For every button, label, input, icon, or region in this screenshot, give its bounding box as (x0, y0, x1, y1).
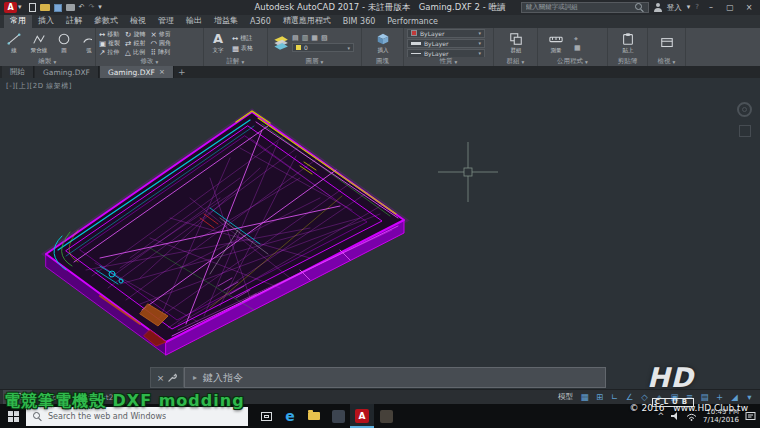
object-color-dropdown[interactable]: ByLayer ▾ (407, 29, 485, 38)
panel-label-block[interactable]: 圖塊 (365, 57, 400, 66)
minimize-button[interactable]: – (704, 3, 718, 12)
tool-array[interactable]: ⠿陣列 (150, 48, 171, 57)
viewport-controls[interactable]: [-][上][2D 線架構] (6, 81, 72, 91)
ribbon-tab-insert[interactable]: 插入 (32, 13, 60, 28)
ribbon: 線 聚合線 圓 弧 繪製▾ (0, 28, 760, 66)
new-file-icon[interactable] (29, 3, 36, 12)
tool-paste[interactable]: 貼上 (617, 32, 639, 55)
tool-copy[interactable]: ▣複製 (99, 39, 120, 48)
ribbon-tab-parametric[interactable]: 參數式 (88, 13, 124, 28)
ribbon-tab-performance[interactable]: Performance (381, 15, 444, 28)
drawing-area[interactable]: [-][上][2D 線架構] (0, 78, 760, 389)
panel-label-utilities[interactable]: 公用程式▾ (541, 57, 604, 66)
tool-trim[interactable]: ×修剪 (150, 30, 171, 39)
ribbon-tab-output[interactable]: 輸出 (180, 13, 208, 28)
panel-label-clipboard[interactable]: 剪貼簿 (611, 57, 644, 66)
grid-icon[interactable]: ▦ (577, 390, 592, 404)
ortho-icon[interactable]: ∟ (607, 390, 622, 404)
close-button[interactable]: × (742, 3, 756, 12)
undo-icon[interactable]: ↶ (79, 4, 85, 11)
linetype-dropdown[interactable]: ByLayer ▾ (407, 49, 485, 58)
sign-in-button[interactable]: 登入 (667, 3, 682, 13)
tool-fillet[interactable]: ◠圓角 (150, 39, 171, 48)
file-tab-gaming-2[interactable]: Gaming.DXF × (100, 66, 174, 78)
lineweight-dropdown[interactable]: ByLayer ▾ (407, 39, 485, 48)
tool-rotate[interactable]: ↻旋轉 (125, 30, 145, 39)
sign-in-dropdown-icon[interactable]: ▾ (687, 4, 691, 11)
edge-browser-button[interactable]: e (278, 404, 302, 428)
ribbon-tab-a360[interactable]: A360 (244, 15, 277, 28)
ribbon-tab-annotate[interactable]: 註解 (60, 13, 88, 28)
tool-group[interactable]: 群組 (505, 32, 527, 55)
tool-text[interactable]: A 文字 (207, 32, 229, 55)
mirror-icon: ⇄ (125, 39, 131, 48)
ribbon-tab-featured-apps[interactable]: 精選應用程式 (277, 13, 337, 28)
tool-circle[interactable]: 圓 (53, 32, 75, 55)
close-tab-icon[interactable]: × (159, 68, 165, 76)
maximize-button[interactable]: ▢ (723, 3, 737, 12)
snap-icon[interactable]: ⊞ (592, 390, 607, 404)
tool-move[interactable]: ↔移動 (99, 30, 120, 39)
task-view-button[interactable] (254, 404, 278, 428)
file-tab-start[interactable]: 開始 (2, 66, 34, 78)
tool-measure[interactable]: 測量 (541, 32, 571, 55)
tool-scale[interactable]: △比例 (125, 48, 145, 57)
move-icon: ↔ (99, 30, 105, 39)
panel-label-modify[interactable]: 修改▾ (99, 57, 200, 66)
tool-table[interactable]: ▦表格 (232, 44, 253, 53)
panel-label-view[interactable]: 檢視▾ (651, 57, 682, 66)
layer-freeze-icon[interactable]: ▥ (302, 34, 309, 42)
customize-command-icon[interactable] (168, 373, 177, 382)
ribbon-tab-manage[interactable]: 管理 (152, 13, 180, 28)
tool-insert-block[interactable]: 插入 (372, 32, 394, 55)
quick-calc-icon[interactable]: ▦ (574, 44, 581, 52)
tool-dimension[interactable]: ↔標註 (232, 34, 253, 43)
layer-on-icon[interactable]: ▤ (292, 34, 299, 42)
app-button-1[interactable] (326, 404, 350, 428)
file-tab-gaming-1[interactable]: Gaming.DXF (35, 66, 99, 78)
tool-mirror[interactable]: ⇄鏡射 (125, 39, 145, 48)
tool-polyline[interactable]: 聚合線 (28, 32, 50, 55)
panel-label-annotate[interactable]: 註解▾ (207, 57, 264, 66)
id-point-icon[interactable]: ⌖ (574, 35, 581, 43)
layer-properties-icon[interactable] (271, 34, 289, 52)
help-search-box[interactable]: 鍵入關鍵字或詞組 (521, 2, 649, 13)
qat-dropdown-icon[interactable]: ▾ (98, 4, 102, 11)
new-drawing-tab-button[interactable]: + (175, 66, 189, 78)
layer-state-icons[interactable]: ▤ ▥ ▦ ▧ (292, 34, 354, 42)
save-icon[interactable] (54, 4, 62, 12)
tool-stretch[interactable]: ↗拉伸 (99, 48, 120, 57)
panel-label-layers[interactable]: 圖層▾ (271, 57, 358, 66)
app-button-2[interactable] (374, 404, 398, 428)
app-menu-button[interactable]: A ▾ (4, 2, 22, 13)
tool-arc[interactable]: 弧 (78, 32, 92, 55)
ribbon-tab-home[interactable]: 常用 (4, 13, 32, 28)
redo-icon[interactable]: ↷ (88, 4, 94, 11)
ribbon-tab-bim360[interactable]: BIM 360 (337, 15, 382, 28)
user-icon (654, 3, 662, 12)
tool-label: 貼上 (622, 46, 633, 54)
close-command-icon[interactable]: × (157, 373, 165, 383)
panel-label-properties[interactable]: 性質▾ (407, 57, 490, 66)
command-input[interactable]: ▸ 鍵入指令 (184, 367, 606, 388)
ribbon-tab-view[interactable]: 檢視 (124, 13, 152, 28)
layer-dropdown[interactable]: 0 ▾ (292, 43, 354, 52)
steering-wheel-icon[interactable] (737, 102, 752, 117)
ribbon-tab-addins[interactable]: 增益集 (208, 13, 244, 28)
panel-label-groups[interactable]: 群組▾ (497, 57, 534, 66)
layer-isolate-icon[interactable]: ▧ (321, 34, 328, 42)
linetype-swatch (411, 53, 421, 54)
tool-line[interactable]: 線 (3, 32, 25, 55)
model-space-toggle[interactable]: 模型 (558, 392, 573, 402)
layer-lock-icon[interactable]: ▦ (311, 34, 318, 42)
search-icon (33, 412, 42, 421)
tool-view-base[interactable] (656, 36, 678, 50)
panel-label-draw[interactable]: 繪製▾ (3, 57, 92, 66)
file-explorer-button[interactable] (302, 404, 326, 428)
pan-icon[interactable] (739, 125, 751, 137)
help-icon[interactable]: ? (695, 4, 699, 11)
open-file-icon[interactable] (40, 4, 50, 11)
print-icon[interactable] (66, 4, 75, 11)
navigation-bar (737, 102, 752, 137)
autocad-taskbar-button[interactable]: A (350, 404, 374, 428)
